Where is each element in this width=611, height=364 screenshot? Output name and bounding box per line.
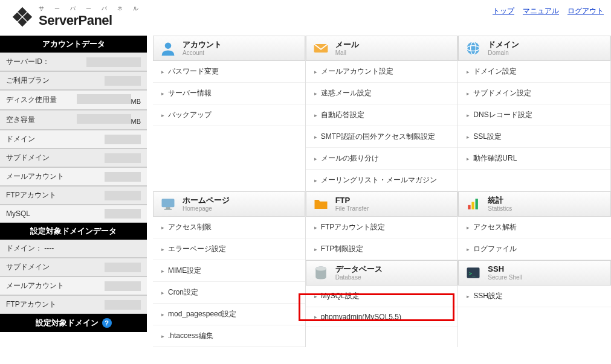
arrow-icon: ▸ — [314, 225, 317, 231]
t-mail-value — [105, 281, 141, 291]
arrow-icon: ▸ — [161, 112, 164, 118]
server-id-value — [86, 57, 141, 67]
svg-rect-15 — [472, 202, 474, 209]
arrow-icon: ▸ — [314, 156, 317, 162]
arrow-icon: ▸ — [467, 134, 470, 140]
svg-rect-14 — [468, 205, 471, 209]
section-domain: ドメインDomain ▸ドメイン設定 ▸サブドメイン設定 ▸DNSレコード設定 … — [458, 36, 611, 191]
link-autoresponder[interactable]: ▸自動応答設定 — [306, 104, 458, 126]
disk-unit: MB — [131, 98, 141, 105]
content: アカウントAccount ▸パスワード変更 ▸サーバー情報 ▸バックアップ メー… — [147, 36, 611, 347]
link-top[interactable]: トップ — [493, 6, 514, 16]
link-mail-account[interactable]: ▸メールアカウント設定 — [306, 61, 458, 83]
user-icon — [160, 40, 176, 57]
link-mail-filter[interactable]: ▸メールの振り分け — [306, 148, 458, 170]
disk-label: ディスク使用量 — [6, 95, 57, 105]
arrow-icon: ▸ — [314, 177, 317, 184]
svg-point-13 — [315, 267, 326, 271]
svg-rect-11 — [164, 209, 172, 210]
arrow-icon: ▸ — [467, 91, 470, 97]
mysql-count-value — [105, 209, 141, 219]
link-dns-record[interactable]: ▸DNSレコード設定 — [458, 104, 610, 126]
link-access-restrict[interactable]: ▸アクセス制限 — [153, 217, 305, 238]
domain-count-value — [105, 135, 141, 144]
section-mail: メールMail ▸メールアカウント設定 ▸迷惑メール設定 ▸自動応答設定 ▸SM… — [306, 36, 459, 191]
database-icon — [312, 264, 329, 281]
link-mysql-settings[interactable]: ▸MySQL設定 — [306, 286, 458, 307]
section-account: アカウントAccount ▸パスワード変更 ▸サーバー情報 ▸バックアップ — [153, 36, 306, 191]
link-ssl-settings[interactable]: ▸SSL設定 — [458, 126, 610, 148]
arrow-icon: ▸ — [314, 91, 317, 97]
sidebar-footer[interactable]: 設定対象ドメイン ? — [0, 314, 147, 332]
link-ssh-settings[interactable]: ▸SSH設定 — [458, 286, 611, 307]
link-ftp-account[interactable]: ▸FTPアカウント設定 — [306, 217, 458, 238]
link-phpmyadmin[interactable]: ▸phpmyadmin(MySQL5.5) — [306, 307, 458, 327]
free-label: 空き容量 — [6, 115, 35, 125]
link-domain-settings[interactable]: ▸ドメイン設定 — [458, 61, 610, 83]
ftp-count-label: FTPアカウント — [6, 190, 56, 200]
section-mail-head: メールMail — [306, 36, 458, 61]
svg-point-6 — [467, 42, 480, 55]
link-htaccess[interactable]: ▸.htaccess編集 — [153, 325, 305, 347]
link-mime[interactable]: ▸MIME設定 — [153, 260, 305, 282]
link-cron[interactable]: ▸Cron設定 — [153, 282, 305, 304]
section-ssh-head: >_ SSHSecure Shell — [458, 260, 611, 286]
link-logfile[interactable]: ▸ログファイル — [458, 238, 611, 260]
section-ftp-head: FTPFile Transfer — [306, 191, 458, 217]
link-smtp-restrict[interactable]: ▸SMTP認証の国外アクセス制限設定 — [306, 126, 458, 148]
arrow-icon: ▸ — [467, 293, 470, 299]
link-access-analysis[interactable]: ▸アクセス解析 — [458, 217, 611, 238]
link-logout[interactable]: ログアウト — [567, 6, 604, 16]
terminal-icon: >_ — [465, 264, 482, 281]
ftp-count-value — [105, 191, 141, 200]
t-subdomain-label: サブドメイン — [6, 262, 50, 272]
arrow-icon: ▸ — [161, 333, 164, 339]
arrow-icon: ▸ — [467, 112, 470, 118]
link-spam[interactable]: ▸迷惑メール設定 — [306, 83, 458, 104]
svg-rect-16 — [476, 199, 478, 209]
target-domain-row: ドメイン： ---- — [0, 240, 147, 258]
arrow-icon: ▸ — [467, 246, 470, 252]
link-password-change[interactable]: ▸パスワード変更 — [153, 61, 305, 83]
arrow-icon: ▸ — [314, 134, 317, 140]
arrow-icon: ▸ — [314, 293, 317, 299]
sidebar-account-header: アカウントデータ — [0, 36, 147, 53]
arrow-icon: ▸ — [314, 314, 317, 320]
arrow-icon: ▸ — [161, 225, 164, 231]
server-id-label: サーバーID： — [6, 57, 50, 67]
logo: サ ー バ ー パ ネ ル ServerPanel — [11, 5, 141, 28]
link-subdomain-settings[interactable]: ▸サブドメイン設定 — [458, 83, 610, 104]
section-db-head: データベースDatabase — [306, 260, 458, 286]
page-header: サ ー バ ー パ ネ ル ServerPanel トップ マニュアル ログアウ… — [0, 0, 611, 36]
t-ftp-label: FTPアカウント — [6, 299, 56, 310]
section-homepage-head: ホームページHomepage — [153, 191, 305, 217]
section-account-head: アカウントAccount — [153, 36, 305, 61]
chart-icon — [465, 196, 482, 212]
arrow-icon: ▸ — [314, 69, 317, 75]
link-mailinglist[interactable]: ▸メーリングリスト・メールマガジン — [306, 170, 458, 191]
folder-icon — [312, 196, 329, 212]
arrow-icon: ▸ — [467, 69, 470, 75]
arrow-icon: ▸ — [161, 91, 164, 97]
mysql-count-label: MySQL — [6, 209, 30, 218]
logo-subtitle: サ ー バ ー パ ネ ル — [39, 5, 141, 13]
section-homepage: ホームページHomepage ▸アクセス制限 ▸エラーページ設定 ▸MIME設定… — [153, 191, 306, 347]
link-pagespeed[interactable]: ▸mod_pagespeed設定 — [153, 304, 305, 325]
sidebar-domain-header: 設定対象ドメインデータ — [0, 223, 147, 240]
link-server-info[interactable]: ▸サーバー情報 — [153, 83, 305, 104]
link-manual[interactable]: マニュアル — [523, 6, 559, 16]
link-ftp-restrict[interactable]: ▸FTP制限設定 — [306, 238, 458, 260]
link-errorpage[interactable]: ▸エラーページ設定 — [153, 238, 305, 260]
link-check-url[interactable]: ▸動作確認URL — [458, 148, 610, 170]
disk-value — [77, 94, 131, 104]
arrow-icon: ▸ — [161, 311, 164, 318]
help-icon[interactable]: ? — [102, 318, 112, 328]
arrow-icon: ▸ — [467, 225, 470, 231]
t-subdomain-value — [105, 263, 141, 272]
arrow-icon: ▸ — [161, 246, 164, 252]
link-backup[interactable]: ▸バックアップ — [153, 104, 305, 126]
subdomain-count-value — [105, 153, 141, 163]
sidebar: アカウントデータ サーバーID： ご利用プラン ディスク使用量MB 空き容量MB… — [0, 36, 147, 347]
t-ftp-value — [105, 300, 141, 310]
subdomain-count-label: サブドメイン — [6, 153, 50, 163]
